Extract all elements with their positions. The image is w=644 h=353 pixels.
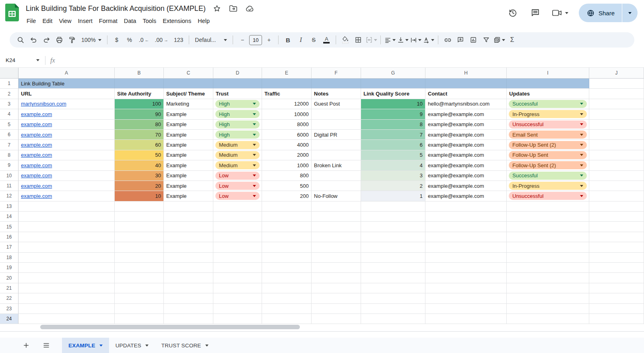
menu-edit[interactable]: Edit [39, 17, 56, 25]
cell-D15[interactable] [213, 222, 262, 232]
cell-B19[interactable] [115, 263, 164, 273]
cell-B18[interactable] [115, 253, 164, 263]
cell-A19[interactable] [19, 263, 115, 273]
cell-G22[interactable] [361, 293, 425, 303]
cell-E20[interactable] [262, 273, 312, 283]
cell-G10[interactable]: 3 [361, 171, 425, 181]
cell-C5[interactable]: Example [164, 120, 213, 130]
cell-E3[interactable]: 12000 [262, 99, 312, 109]
cell-F19[interactable] [312, 263, 361, 273]
increase-decimal-button[interactable]: .00→ [153, 34, 171, 46]
cell-C24[interactable] [164, 314, 213, 324]
cell-I3[interactable]: Successful [507, 99, 589, 109]
cell-J12[interactable] [589, 191, 644, 201]
horizontal-align-button[interactable] [384, 34, 396, 46]
cell-E21[interactable] [262, 283, 312, 293]
cell-H21[interactable] [425, 283, 507, 293]
cell-G24[interactable] [361, 314, 425, 324]
cell-F10[interactable] [312, 171, 361, 181]
cell-D24[interactable] [213, 314, 262, 324]
column-header-H[interactable]: H [425, 68, 507, 79]
search-menus-button[interactable] [14, 34, 27, 46]
cell-J17[interactable] [589, 242, 644, 252]
cell-I21[interactable] [507, 283, 589, 293]
cell-F9[interactable]: Broken Link [312, 160, 361, 170]
column-header-I[interactable]: I [507, 68, 589, 79]
url-link[interactable]: example.com [21, 111, 52, 117]
update-chip[interactable]: Email Sent [509, 131, 587, 139]
row-header-2[interactable]: 2 [0, 89, 19, 99]
cell-B9[interactable]: 40 [115, 160, 164, 170]
cell-B12[interactable]: 10 [115, 191, 164, 201]
cell-J6[interactable] [589, 130, 644, 140]
cell-J16[interactable] [589, 232, 644, 242]
cell-E15[interactable] [262, 222, 312, 232]
cell-H3[interactable]: hello@martynsnibson.com [425, 99, 507, 109]
italic-button[interactable]: I [295, 34, 307, 46]
update-chip[interactable]: In-Progress [509, 110, 587, 118]
cell-A4[interactable]: example.com [19, 109, 115, 119]
cell-G12[interactable]: 1 [361, 191, 425, 201]
row-header-16[interactable]: 16 [0, 232, 19, 242]
cell-J24[interactable] [589, 314, 644, 324]
update-chip[interactable]: Successful [509, 100, 587, 108]
insert-link-button[interactable] [442, 34, 454, 46]
update-chip[interactable]: Follow-Up Sent (2) [509, 141, 587, 149]
cloud-saved-icon[interactable] [246, 5, 254, 12]
row-header-5[interactable]: 5 [0, 120, 19, 130]
sheets-logo-icon[interactable] [5, 4, 19, 21]
cell-F3[interactable]: Guest Post [312, 99, 361, 109]
cell-D6[interactable]: High [213, 130, 262, 140]
cell-A17[interactable] [19, 242, 115, 252]
cell-G20[interactable] [361, 273, 425, 283]
cell-E9[interactable]: 1000 [262, 160, 312, 170]
cell-D4[interactable]: High [213, 109, 262, 119]
cell-A11[interactable]: example.com [19, 181, 115, 191]
cell-F4[interactable] [312, 109, 361, 119]
update-chip[interactable]: Unsuccessful [509, 192, 587, 200]
cell-H18[interactable] [425, 253, 507, 263]
star-icon[interactable] [213, 4, 221, 12]
trust-chip[interactable]: Medium [215, 151, 260, 159]
cell-G15[interactable] [361, 222, 425, 232]
url-link[interactable]: example.com [21, 121, 52, 127]
row-header-3[interactable]: 3 [0, 99, 19, 109]
cell-B21[interactable] [115, 283, 164, 293]
sheet-tab-caret-icon[interactable] [145, 345, 149, 347]
trust-chip[interactable]: Low [215, 182, 260, 190]
cell-B7[interactable]: 60 [115, 140, 164, 150]
cell-G18[interactable] [361, 253, 425, 263]
cell-D23[interactable] [213, 304, 262, 314]
cell-E4[interactable]: 10000 [262, 109, 312, 119]
cell-J21[interactable] [589, 283, 644, 293]
cell-C2[interactable]: Subject/ Theme [164, 89, 213, 99]
cell-D21[interactable] [213, 283, 262, 293]
cell-F20[interactable] [312, 273, 361, 283]
cell-I14[interactable] [507, 212, 589, 222]
cell-I1[interactable] [507, 79, 589, 89]
doc-title[interactable]: Link Building Table For Backlink Acquisi… [26, 4, 206, 13]
cell-D14[interactable] [213, 212, 262, 222]
cell-A24[interactable] [19, 314, 115, 324]
cell-J2[interactable] [589, 89, 644, 99]
cell-A9[interactable]: example.com [19, 160, 115, 170]
cell-D16[interactable] [213, 232, 262, 242]
cell-D17[interactable] [213, 242, 262, 252]
cell-C6[interactable]: Example [164, 130, 213, 140]
cell-G2[interactable]: Link Quality Score [361, 89, 425, 99]
font-size-input[interactable]: 10 [249, 35, 262, 45]
cell-G16[interactable] [361, 232, 425, 242]
cell-I6[interactable]: Email Sent [507, 130, 589, 140]
cell-H22[interactable] [425, 293, 507, 303]
cell-I7[interactable]: Follow-Up Sent (2) [507, 140, 589, 150]
decrease-decimal-button[interactable]: .0← [136, 34, 152, 46]
cell-C16[interactable] [164, 232, 213, 242]
undo-button[interactable] [27, 34, 39, 46]
cell-I4[interactable]: In-Progress [507, 109, 589, 119]
row-header-18[interactable]: 18 [0, 253, 19, 263]
column-header-E[interactable]: E [262, 68, 312, 79]
cell-F23[interactable] [312, 304, 361, 314]
select-all-corner[interactable] [0, 68, 19, 79]
table-tools-button[interactable] [493, 34, 505, 46]
cell-B5[interactable]: 80 [115, 120, 164, 130]
